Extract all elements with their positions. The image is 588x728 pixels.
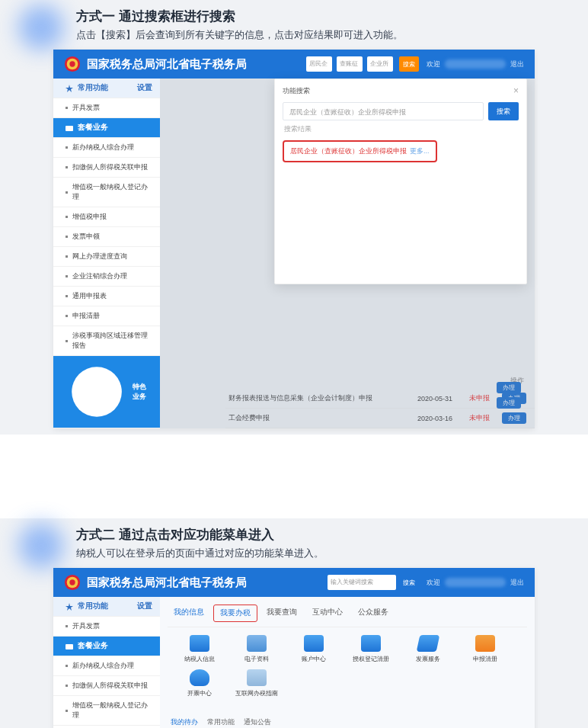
result-more: 更多... (410, 146, 430, 156)
subtab-fav[interactable]: 常用功能 (207, 717, 235, 728)
main-area: 申报清册 操作 办理 办理 财务报表报送与信息采集（企业会计制度）申报 2020… (160, 79, 535, 428)
sidebar-item[interactable]: 新办纳税人综合办理 (53, 656, 160, 676)
decor-blob (18, 523, 64, 569)
doc-icon (190, 635, 209, 652)
logout-link[interactable]: 退出 (510, 59, 524, 69)
folder-icon (66, 124, 73, 132)
decor-blob (18, 5, 64, 50)
app-body: 常用功能 设置 开具发票 套餐业务 新办纳税人综合办理 扣缴個人所得税关联申报 … (53, 79, 535, 428)
sidebar-item[interactable]: 扣缴個人所得税关联申报 (53, 676, 160, 696)
star-icon (66, 603, 73, 611)
result-text: 居民企业（查账征收）企业所得税申报 (290, 146, 407, 156)
sidebar-group-1[interactable]: 常用功能 设置 (53, 597, 160, 617)
tax-emblem-icon (64, 574, 81, 591)
card-icon (304, 635, 324, 652)
top-search-input[interactable]: 输入关键词搜索 (328, 575, 396, 590)
section-method-2: 方式二 通过点击对应功能菜单进入 纳税人可以在登录后的页面中通过对应的功能菜单进… (0, 518, 588, 728)
grid-item[interactable]: 纳税人信息 (171, 635, 228, 663)
modal-title: 功能搜索 (283, 86, 310, 96)
top-search-button[interactable]: 搜索 (399, 575, 419, 590)
grid-item[interactable]: 电子资料 (228, 635, 285, 663)
search-button[interactable]: 搜索 (488, 102, 519, 120)
sidebar-item[interactable]: 涉税事项跨区域迁移管理报告 (53, 326, 160, 356)
app-frame-1: 国家税务总局河北省电子税务局 居民企业 查账征收 企业所得... 搜索 欢迎 退… (53, 50, 535, 428)
spark-icon (66, 361, 128, 423)
sidebar-item[interactable]: 发票申领 (53, 227, 160, 247)
svg-rect-4 (66, 126, 73, 131)
app-frame-2: 国家税务总局河北省电子税务局 输入关键词搜索 搜索 欢迎 退出 常用功能 设置 … (53, 568, 535, 728)
sidebar-item[interactable]: 通用申报表 (53, 287, 160, 306)
grid-item[interactable]: 开票中心 (171, 669, 228, 698)
printer-icon (247, 635, 267, 652)
subtab-todo[interactable]: 我的待办 (171, 717, 198, 728)
svg-marker-3 (66, 85, 73, 92)
top-seg-0[interactable]: 居民企业 (306, 56, 332, 72)
sidebar-item[interactable]: 开具发票 (53, 98, 160, 118)
grid-item[interactable]: 发票服务 (399, 635, 456, 663)
user-name-blur (445, 59, 506, 69)
sidebar-item[interactable]: 增值税一般纳税人登记办理 (53, 178, 160, 207)
section-method-1: 方式一 通过搜索框进行搜索 点击【搜索】后会查询到所有关键字的信息，点击对应结果… (0, 0, 588, 435)
logout-link[interactable]: 退出 (510, 578, 524, 588)
svg-point-8 (69, 579, 75, 585)
tab-dotax[interactable]: 我要办税 (213, 605, 257, 622)
search-result-highlight[interactable]: 居民企业（查账征收）企业所得税申报 更多... (283, 140, 437, 162)
sub-tabs: 我的待办 常用功能 通知公告 (168, 714, 527, 728)
topbar: 国家税务总局河北省电子税务局 输入关键词搜索 搜索 欢迎 退出 (53, 568, 535, 597)
tab-public[interactable]: 公众服务 (352, 605, 395, 622)
tax-emblem-icon (64, 56, 81, 72)
tab-myinfo[interactable]: 我的信息 (168, 605, 210, 622)
section-title: 方式二 通过点击对应功能菜单进入 (76, 526, 573, 544)
section-desc: 点击【搜索】后会查询到所有关键字的信息，点击对应结果即可进入功能。 (76, 28, 573, 42)
search-input[interactable]: 居民企业（查账征收）企业所得税申报 (283, 102, 484, 120)
section-title: 方式一 通过搜索框进行搜索 (76, 8, 573, 25)
grid-item[interactable]: 申报清册 (456, 635, 513, 663)
top-links: 欢迎 退出 (427, 59, 524, 69)
grid-item[interactable]: 账户中心 (285, 635, 342, 663)
app-body: 常用功能 设置 开具发票 套餐业务 新办纳税人综合办理 扣缴個人所得税关联申报 … (53, 597, 535, 728)
grid-item[interactable]: 互联网办税指南 (228, 669, 285, 698)
site-title: 国家税务总局河北省电子税务局 (87, 57, 247, 72)
sidebar: 常用功能 设置 开具发票 套餐业务 新办纳税人综合办理 扣缴個人所得税关联申报 … (53, 79, 160, 428)
welcome-label: 欢迎 (427, 578, 440, 588)
welcome-label: 欢迎 (427, 59, 440, 69)
chat-icon (190, 669, 209, 686)
search-modal: 功能搜索 × 居民企业（查账征收）企业所得税申报 搜索 搜索结果 居民企业（查账… (274, 79, 527, 284)
sidebar-item[interactable]: 开具发票 (53, 617, 160, 637)
tab-interact[interactable]: 互动中心 (306, 605, 349, 622)
icon-grid: 纳税人信息 电子资料 账户中心 授权登记清册 发票服务 申报清册 开票中心 互联… (168, 627, 527, 711)
top-seg-1[interactable]: 查账征收 (337, 56, 363, 72)
grid-item[interactable]: 授权登记清册 (342, 635, 399, 663)
box-icon (475, 635, 495, 652)
book-icon (247, 669, 267, 686)
sidebar-item[interactable]: 增值税一般纳税人登记办理 (53, 696, 160, 726)
section-desc: 纳税人可以在登录后的页面中通过对应的功能菜单进入。 (76, 547, 573, 560)
top-search-button[interactable]: 搜索 (399, 56, 419, 72)
section-heading: 方式一 通过搜索框进行搜索 点击【搜索】后会查询到所有关键字的信息，点击对应结果… (0, 0, 588, 47)
sidebar-group-2[interactable]: 套餐业务 (53, 118, 160, 138)
topbar: 国家税务总局河北省电子税务局 居民企业 查账征收 企业所得... 搜索 欢迎 退… (53, 50, 535, 79)
top-seg-2[interactable]: 企业所得... (367, 56, 393, 72)
svg-point-5 (72, 367, 122, 417)
hint-label: 搜索结果 (284, 125, 517, 134)
svg-point-2 (69, 61, 75, 66)
sidebar-group-1[interactable]: 常用功能 设置 (53, 79, 160, 98)
sidebar-group-2[interactable]: 套餐业务 (53, 637, 160, 656)
sidebar-footer[interactable]: 特色业务 (53, 356, 160, 428)
tab-query[interactable]: 我要查询 (260, 605, 303, 622)
list-icon (361, 635, 381, 652)
site-title: 国家税务总局河北省电子税务局 (87, 576, 247, 590)
user-name-blur (445, 578, 506, 587)
main-area: 我的信息 我要办税 我要查询 互动中心 公众服务 纳税人信息 电子资料 账户中心… (160, 597, 535, 728)
sidebar-item[interactable]: 申报清册 (53, 306, 160, 326)
sidebar: 常用功能 设置 开具发票 套餐业务 新办纳税人综合办理 扣缴個人所得税关联申报 … (53, 597, 160, 728)
sidebar-item[interactable]: 企业注销综合办理 (53, 267, 160, 287)
sidebar-item[interactable]: 新办纳税人综合办理 (53, 138, 160, 158)
folder-icon (66, 643, 73, 650)
close-icon[interactable]: × (513, 85, 519, 96)
subtab-notice[interactable]: 通知公告 (244, 717, 271, 728)
svg-marker-9 (66, 603, 73, 611)
sidebar-item[interactable]: 扣缴個人所得税关联申报 (53, 158, 160, 178)
sidebar-item[interactable]: 增值税申报 (53, 207, 160, 227)
sidebar-item[interactable]: 网上办理进度查询 (53, 247, 160, 267)
